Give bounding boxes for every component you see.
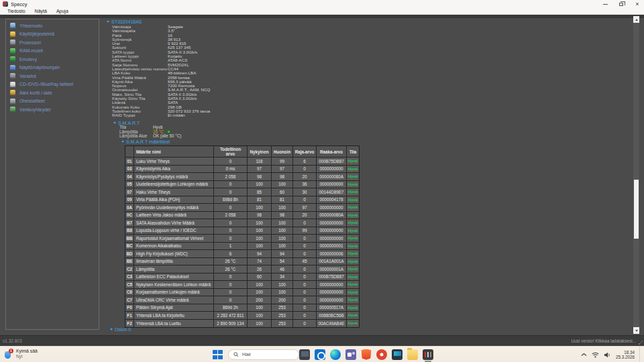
attr-name: Pyörinnän Uudelleenyritys määrä: [134, 204, 214, 211]
wifi-icon[interactable]: [592, 352, 599, 358]
attr-status: Hyvä: [347, 243, 359, 250]
sidebar-item-optical[interactable]: CD-/DVD-/BlueRay laitteet: [6, 80, 99, 89]
taskbar-clock[interactable]: 18.34 25.3.2026: [616, 350, 635, 360]
attr-id: BB: [125, 235, 134, 242]
attr-name: Virta Päällä Aika (POH): [134, 196, 214, 204]
show-desktop-button[interactable]: [639, 347, 641, 362]
start-button[interactable]: [213, 350, 223, 360]
attr-raw: 000000001A: [317, 265, 347, 273]
outlook-icon[interactable]: [315, 349, 325, 360]
attr-current: 26: [248, 265, 272, 273]
menu-file[interactable]: Tiedosto: [3, 9, 30, 13]
sidebar-item-cpu[interactable]: Prosessori: [6, 38, 99, 47]
attr-raw: 0000000001: [317, 243, 347, 250]
sidebar-item-audio[interactable]: Ääni kortti /-laite: [6, 88, 99, 97]
attr-real-value: 2 282 472 811: [214, 312, 248, 319]
shield-app-icon[interactable]: [376, 349, 387, 360]
summary-icon: [10, 23, 15, 28]
attr-status: Hyvä: [347, 250, 359, 257]
teams-icon[interactable]: [345, 349, 356, 360]
network-icon: [10, 107, 15, 112]
attr-id: 05: [125, 181, 134, 188]
weather-widget[interactable]: 1 Kylmä sää Nyt: [4, 349, 38, 359]
folder-icon[interactable]: [407, 349, 418, 360]
sidebar-item-storage[interactable]: Varastot: [6, 72, 99, 80]
attr-id: 07: [125, 188, 134, 196]
attr-name: UltraDMA CRC Virhe määrä: [134, 296, 214, 304]
scroll-down-button[interactable]: [633, 327, 639, 334]
attr-threshold: 0: [293, 196, 317, 204]
close-icon: ×: [635, 1, 639, 7]
attr-status: Hyvä: [347, 304, 359, 312]
attr-threshold: 0: [293, 274, 317, 281]
attr-current: 97: [248, 166, 272, 173]
detail-label: RAID Tyyppi: [112, 113, 168, 117]
brave-icon[interactable]: [361, 349, 372, 360]
header-id: [125, 146, 134, 157]
attr-raw: 00AC49AB4E: [317, 320, 347, 328]
edge-icon[interactable]: [330, 349, 341, 360]
attr-name: Luku Virhe Tiheys: [134, 158, 214, 165]
smart-section-link[interactable]: S.M.A.R.T: [113, 121, 140, 125]
attr-name: Nykyisen Keskeneräisen Lohkon määrä: [134, 281, 214, 288]
smart-table-row: 04 Käynnistys/Pysäytys määrä 2 058 98 98…: [125, 173, 359, 181]
header-worst: Huonoin: [272, 146, 293, 157]
minimize-button[interactable]: [601, 1, 609, 7]
sidebar-item-ram[interactable]: RAM-muisti: [6, 47, 99, 56]
smart-table-row: B7 SATA Alasvaihdon Virhe Määrä 0 100 10…: [125, 219, 359, 227]
clock-date: 25.3.2026: [616, 355, 635, 360]
clock-time: 18.34: [616, 350, 635, 355]
smart-temp-range-value: OK (alle 50 °C): [153, 134, 181, 139]
attr-worst: 98: [272, 173, 293, 180]
os-icon: [10, 32, 15, 37]
device-link[interactable]: ST3320418AS: [107, 19, 142, 24]
header-threshold: Raja-arvo: [293, 146, 317, 157]
attr-raw: 000000080A: [317, 212, 347, 219]
remote-monitor-icon[interactable]: [392, 349, 402, 360]
sidebar-item-motherboard[interactable]: Emolevy: [6, 55, 99, 64]
attr-current: 118: [248, 158, 272, 165]
attr-threshold: 6: [293, 158, 317, 165]
attr-worst: 81: [272, 196, 293, 204]
attr-current: 200: [248, 296, 272, 304]
close-button[interactable]: ×: [633, 1, 641, 7]
volume-icon[interactable]: [604, 352, 611, 358]
resize-grip[interactable]: [639, 341, 643, 345]
storage-icon: [10, 73, 15, 78]
attr-name: Haku Virhe Tiheys: [134, 188, 214, 196]
header-attribute-name: Määrite nimi: [134, 146, 214, 157]
motherboard-icon: [10, 56, 15, 62]
scroll-up-button[interactable]: [633, 16, 639, 23]
scrollbar-thumb[interactable]: [634, 180, 639, 239]
sidebar-item-summary[interactable]: Yhteenveto: [6, 21, 99, 30]
attr-threshold: 36: [293, 181, 317, 188]
chevron-up-icon[interactable]: [581, 353, 587, 357]
graphics-icon: [10, 65, 15, 70]
detail-value: Ei mitään: [168, 113, 185, 117]
menu-view[interactable]: Näytä: [30, 9, 52, 13]
system-tray: 18.34 25.3.2026: [581, 347, 641, 362]
attr-current: 100: [248, 204, 272, 211]
smart-table-row: F0 Päiden Siirymä Ajat 869d 2h 100 253 0…: [125, 304, 359, 312]
taskbar-search[interactable]: Hae: [228, 349, 299, 360]
partition-link[interactable]: Osion 0: [110, 327, 131, 332]
smart-attributes-link[interactable]: S.M.A.R.T määritteet: [121, 139, 170, 144]
attr-status: Hyvä: [347, 235, 359, 242]
speccy-taskbar-icon[interactable]: [423, 349, 433, 360]
update-notice-link[interactable]: Uusi versio! Klikkaa ladataksesi...: [572, 339, 636, 343]
attr-worst: 253: [272, 320, 293, 328]
sidebar-item-peripherals[interactable]: Oheislaitteet: [6, 97, 99, 106]
sidebar-item-os[interactable]: Käyttöjärjestelmä: [6, 30, 99, 39]
attr-id: 03: [125, 166, 134, 173]
smart-table-row: F1 Yhtensä LBA:ta Kirjoitettu 2 282 472 …: [125, 312, 359, 320]
sidebar-item-graphics[interactable]: Näyttö/näytönohjain: [6, 64, 99, 72]
attr-current: 100: [248, 289, 272, 296]
maximize-button[interactable]: [617, 1, 625, 7]
attr-worst: 60: [272, 188, 293, 196]
monitor-app-icon[interactable]: [299, 349, 310, 360]
smart-table-row: 0A Pyörinnän Uudelleenyritys määrä 0 100…: [125, 204, 359, 212]
sidebar-item-network[interactable]: Verkkoyhteydet: [6, 105, 99, 114]
vertical-scrollbar[interactable]: [633, 16, 639, 334]
attr-status: Hyvä: [347, 265, 359, 273]
menu-help[interactable]: Apuja: [52, 9, 73, 13]
